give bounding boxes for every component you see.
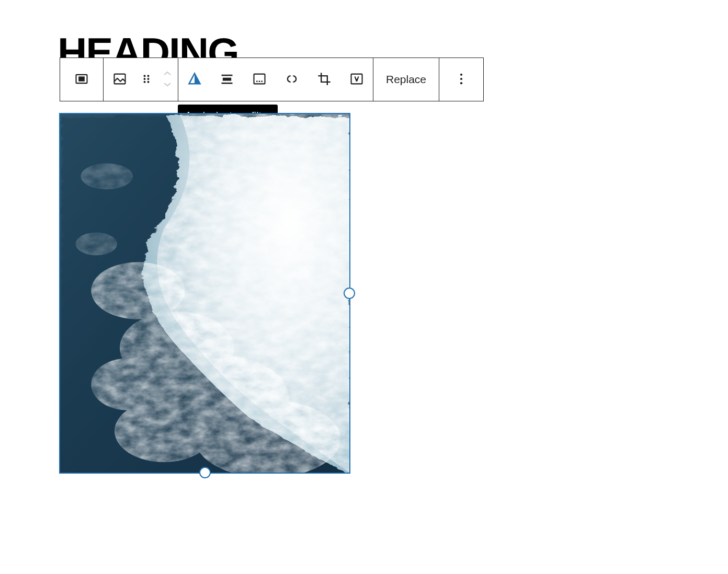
svg-point-22 xyxy=(91,262,185,319)
crop-icon xyxy=(317,72,332,88)
svg-point-3 xyxy=(144,75,146,77)
more-options-icon xyxy=(454,72,469,88)
more-group xyxy=(439,58,484,101)
svg-point-19 xyxy=(460,82,462,84)
link-button[interactable] xyxy=(276,58,308,101)
chevron-down-icon xyxy=(163,80,172,89)
block-type-group xyxy=(103,58,178,101)
image-icon xyxy=(112,72,127,88)
svg-point-15 xyxy=(261,81,263,82)
parent-block-group xyxy=(60,58,104,101)
svg-point-29 xyxy=(75,233,117,256)
svg-point-6 xyxy=(147,78,150,80)
replace-group: Replace xyxy=(373,58,439,101)
format-group xyxy=(178,58,373,101)
svg-rect-10 xyxy=(223,77,231,81)
drag-handle-button[interactable] xyxy=(136,58,157,101)
parent-block-button[interactable] xyxy=(60,58,103,101)
svg-point-18 xyxy=(460,77,462,79)
svg-rect-2 xyxy=(115,74,126,84)
svg-point-28 xyxy=(81,163,132,189)
chevron-up-icon xyxy=(163,70,172,79)
columns-icon xyxy=(74,72,89,88)
resize-handle-bottom[interactable] xyxy=(199,467,211,478)
text-overlay-button[interactable] xyxy=(340,58,373,101)
svg-point-13 xyxy=(256,81,258,82)
more-options-button[interactable] xyxy=(439,58,483,101)
selected-image-block[interactable] xyxy=(59,113,350,474)
svg-point-5 xyxy=(144,78,146,80)
move-down-button[interactable] xyxy=(157,79,178,90)
align-button[interactable] xyxy=(211,58,243,101)
text-overlay-icon xyxy=(349,72,364,88)
caption-button[interactable] xyxy=(243,58,276,101)
duotone-button[interactable] xyxy=(178,58,211,101)
svg-rect-16 xyxy=(351,74,362,84)
resize-handle-right[interactable] xyxy=(344,288,355,299)
image-content xyxy=(60,114,349,473)
svg-rect-12 xyxy=(254,74,265,84)
replace-label: Replace xyxy=(386,73,426,86)
svg-point-14 xyxy=(259,81,260,82)
caption-icon xyxy=(252,72,267,88)
crop-button[interactable] xyxy=(308,58,340,101)
svg-rect-1 xyxy=(78,76,85,81)
svg-point-17 xyxy=(460,73,462,75)
svg-point-27 xyxy=(115,400,213,462)
svg-point-7 xyxy=(144,81,146,83)
drag-icon xyxy=(139,72,154,88)
duotone-icon xyxy=(187,72,202,88)
link-icon xyxy=(285,72,299,88)
replace-button[interactable]: Replace xyxy=(373,58,439,101)
block-toolbar: Replace xyxy=(60,58,484,101)
align-icon xyxy=(220,72,234,88)
svg-point-8 xyxy=(147,81,150,83)
move-up-button[interactable] xyxy=(157,69,178,79)
block-type-button[interactable] xyxy=(104,58,136,101)
svg-point-4 xyxy=(147,75,150,77)
move-group xyxy=(157,69,178,90)
